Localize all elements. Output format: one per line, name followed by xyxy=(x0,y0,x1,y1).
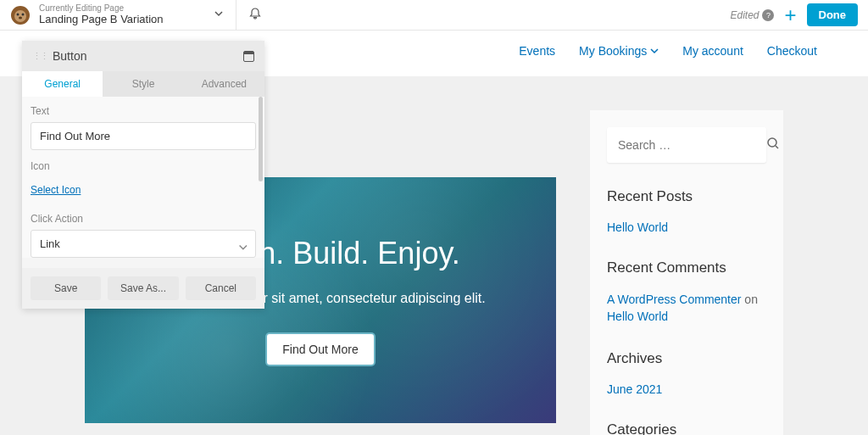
panel-actions: Save Save As... Cancel xyxy=(22,268,264,309)
svg-point-4 xyxy=(19,16,22,19)
help-icon[interactable]: ? xyxy=(762,9,774,21)
select-icon-link[interactable]: Select Icon xyxy=(31,177,256,203)
svg-point-5 xyxy=(768,138,776,147)
svg-line-6 xyxy=(776,146,778,148)
tab-style[interactable]: Style xyxy=(103,71,183,97)
site-nav: Events My Bookings My account Checkout xyxy=(519,44,817,58)
recent-posts-title: Recent Posts xyxy=(607,188,766,205)
categories-title: Categories xyxy=(607,421,766,435)
text-field-label: Text xyxy=(31,105,256,117)
tab-general[interactable]: General xyxy=(22,71,103,97)
edited-status: Edited ? xyxy=(730,9,774,21)
svg-point-1 xyxy=(14,10,26,22)
sidebar: Recent Posts Hello World Recent Comments… xyxy=(590,110,783,435)
recent-comments-title: Recent Comments xyxy=(607,259,766,276)
page-info: Currently Editing Page Landing Page B Va… xyxy=(39,4,163,25)
topbar: Currently Editing Page Landing Page B Va… xyxy=(0,0,868,31)
page-dropdown[interactable] xyxy=(214,8,224,21)
svg-point-2 xyxy=(17,13,19,15)
search-icon[interactable] xyxy=(766,137,780,153)
icon-field-label: Icon xyxy=(31,160,256,172)
nav-checkout[interactable]: Checkout xyxy=(767,44,817,58)
settings-panel: ⋮⋮ Button General Style Advanced Text Ic… xyxy=(22,41,264,309)
editing-label: Currently Editing Page xyxy=(39,4,163,13)
recent-post-link[interactable]: Hello World xyxy=(607,220,766,234)
panel-header[interactable]: ⋮⋮ Button xyxy=(22,41,264,71)
page-title: Landing Page B Variation xyxy=(39,13,163,25)
nav-bookings[interactable]: My Bookings xyxy=(579,44,659,58)
responsive-icon[interactable] xyxy=(243,51,254,62)
archive-link[interactable]: June 2021 xyxy=(607,382,766,396)
add-button[interactable]: + xyxy=(784,3,796,27)
svg-point-3 xyxy=(22,13,25,15)
chevron-down-icon xyxy=(650,47,659,55)
search-box[interactable] xyxy=(607,127,766,163)
recent-comment: A WordPress Commenter on Hello World xyxy=(607,292,766,325)
text-field-input[interactable] xyxy=(31,122,256,150)
divider xyxy=(236,0,236,31)
click-action-select[interactable] xyxy=(31,230,256,258)
notification-bell-icon[interactable] xyxy=(248,7,262,24)
nav-events[interactable]: Events xyxy=(519,44,555,58)
save-as-button[interactable]: Save As... xyxy=(108,276,178,300)
nav-account[interactable]: My account xyxy=(682,44,743,58)
beaver-logo[interactable] xyxy=(10,5,31,25)
click-action-label: Click Action xyxy=(31,213,256,225)
panel-body: Text Icon Select Icon Click Action xyxy=(22,97,264,258)
done-button[interactable]: Done xyxy=(807,3,859,26)
drag-handle-icon[interactable]: ⋮⋮ xyxy=(32,51,47,62)
panel-tabs: General Style Advanced xyxy=(22,71,264,97)
panel-title: Button xyxy=(53,49,243,63)
cancel-button[interactable]: Cancel xyxy=(186,276,256,300)
archives-title: Archives xyxy=(607,350,766,367)
panel-scrollbar[interactable] xyxy=(259,97,263,181)
search-input[interactable] xyxy=(618,138,766,152)
hero-cta-button[interactable]: Find Out More xyxy=(267,334,373,365)
commenter-link[interactable]: A WordPress Commenter xyxy=(607,293,741,306)
save-button[interactable]: Save xyxy=(31,276,101,300)
comment-post-link[interactable]: Hello World xyxy=(607,310,668,323)
tab-advanced[interactable]: Advanced xyxy=(184,71,264,97)
